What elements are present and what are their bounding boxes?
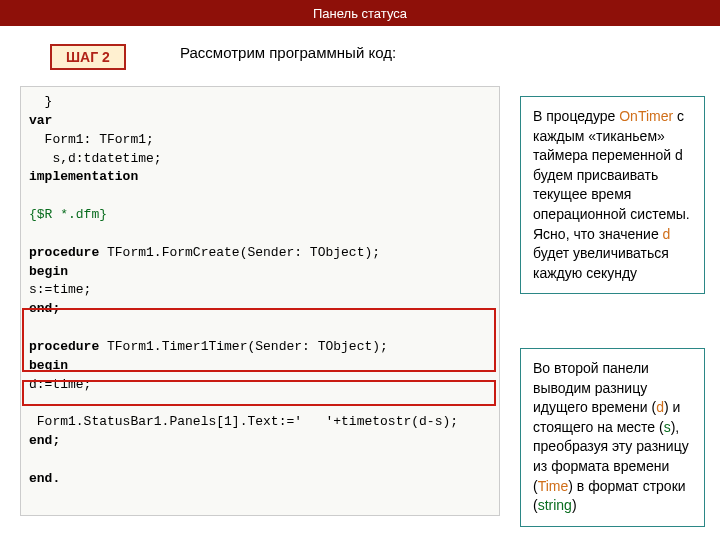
code-line: s:=time;	[29, 282, 91, 297]
code-line: procedure	[29, 245, 99, 260]
code-line: d:=time;	[29, 377, 91, 392]
code-line: procedure	[29, 339, 99, 354]
code-line: implementation	[29, 169, 138, 184]
step-badge: ШАГ 2	[50, 44, 126, 70]
code-line: Form1.StatusBar1.Panels[1].Text:=' '+tim…	[29, 414, 458, 429]
callout-ontimer: В процедуре OnTimer с каждым «тиканьем» …	[520, 96, 705, 294]
callout-panel2: Во второй панели выводим разницу идущего…	[520, 348, 705, 527]
text: В процедуре	[533, 108, 619, 124]
code-line: end;	[29, 301, 60, 316]
code-line: begin	[29, 358, 68, 373]
code-line: Form1: TForm1;	[29, 132, 154, 147]
text: будет увеличиваться каждую секунду	[533, 245, 669, 281]
header-title: Панель статуса	[313, 6, 407, 21]
code-line: end.	[29, 471, 60, 486]
header-bar: Панель статуса	[0, 0, 720, 26]
text-highlight: d	[656, 399, 664, 415]
slide-body: ШАГ 2 Рассмотрим программный код: } var …	[0, 26, 720, 540]
code-line: end;	[29, 433, 60, 448]
code-block: } var Form1: TForm1; s,d:tdatetime; impl…	[20, 86, 500, 516]
text: с каждым «тиканьем» таймера переменной d…	[533, 108, 690, 242]
text: )	[572, 497, 577, 513]
text: Во второй панели выводим разницу идущего…	[533, 360, 656, 415]
intro-text: Рассмотрим программный код:	[180, 44, 396, 61]
code-line: var	[29, 113, 52, 128]
code-line: TForm1.Timer1Timer(Sender: TObject);	[99, 339, 388, 354]
text-highlight: d	[663, 226, 671, 242]
text-highlight: OnTimer	[619, 108, 673, 124]
text-highlight: string	[538, 497, 572, 513]
code-line: {$R *.dfm}	[29, 207, 107, 222]
text-highlight: s	[664, 419, 671, 435]
code-line: TForm1.FormCreate(Sender: TObject);	[99, 245, 380, 260]
code-line: begin	[29, 264, 68, 279]
text-highlight: Time	[538, 478, 569, 494]
code-line: }	[29, 94, 52, 109]
code-line: s,d:tdatetime;	[29, 151, 162, 166]
